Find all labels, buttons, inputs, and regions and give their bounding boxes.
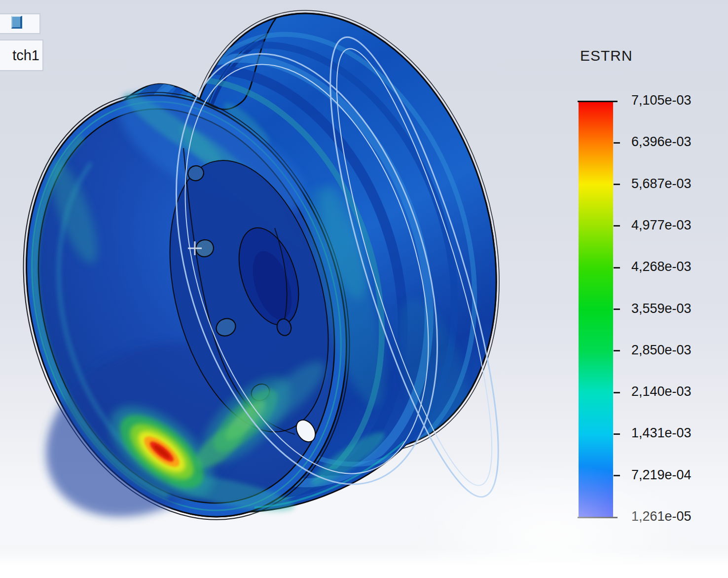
wheel-strain-plot[interactable] bbox=[0, 0, 728, 578]
sketch-callout-label: tch1 bbox=[12, 47, 39, 64]
sketch-callout[interactable]: tch1 bbox=[0, 39, 43, 71]
color-swatch-callout[interactable] bbox=[0, 13, 40, 34]
graphics-area: ESTRN 7,105e-036,396e-035,687e-034,977e-… bbox=[0, 0, 728, 578]
color-swatch-icon bbox=[11, 16, 22, 29]
